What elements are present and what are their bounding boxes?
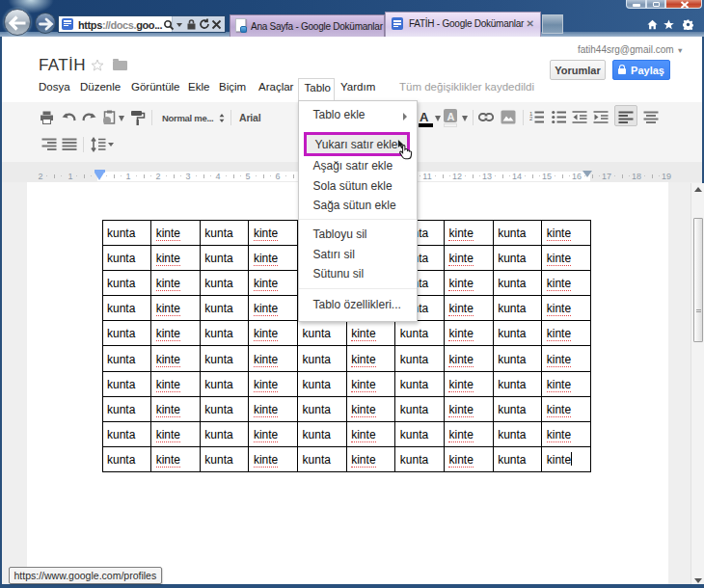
svg-text:2: 2 (529, 116, 533, 121)
